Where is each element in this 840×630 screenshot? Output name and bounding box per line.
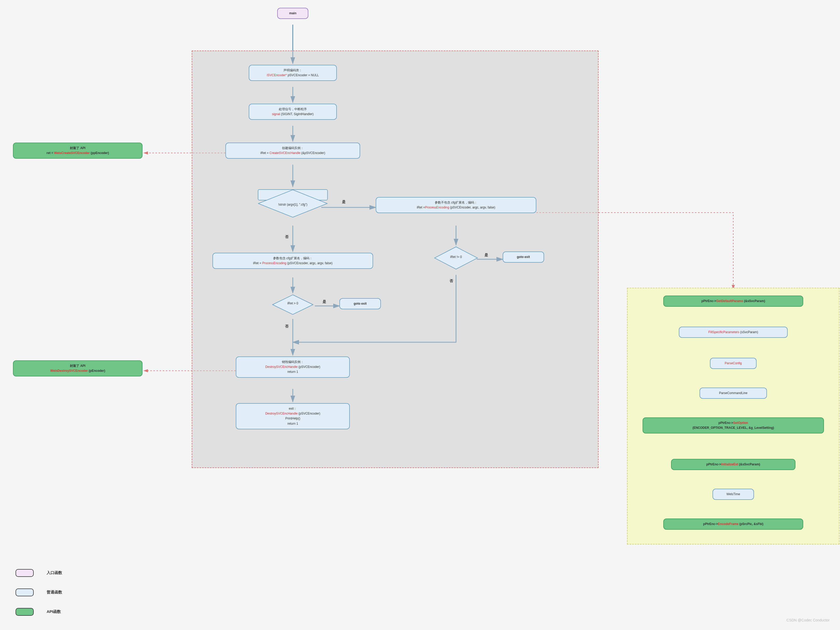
legend-normal-swatch — [16, 589, 34, 596]
r3: ParseConfig — [725, 361, 742, 365]
d3-no-label: 否 — [285, 324, 289, 329]
n2-code2: (SIGINT, SigIntHandler) — [280, 112, 314, 116]
d1-text: !strstr (argv[1], ".cfg") — [262, 202, 324, 207]
n1-line1: 声明编码类： — [253, 68, 333, 73]
r6-s: (&sSvcParam) — [738, 462, 760, 466]
destroy-handle-node: 销毁编码实例： DestroySVCEncHandle (pSVCEncoder… — [236, 356, 350, 378]
r6-a: pPtrEnc-> — [706, 462, 721, 466]
main-entry-node: main — [277, 8, 308, 19]
n2-code1: signal — [272, 112, 280, 116]
r8-p: EncodeFrame — [718, 522, 739, 526]
wels-time-node: WelsTime — [712, 489, 754, 500]
d3-text: iRet > 0 — [272, 302, 314, 305]
n4-a: iRet = — [417, 206, 425, 209]
n3-code-a: iRet = — [261, 151, 270, 155]
n5-a: iRet = — [253, 261, 262, 265]
n4-s: (pSVCEncoder, argc, argv, false) — [449, 206, 496, 209]
n3-code-p: CreateSVCEncHandle — [270, 151, 300, 155]
goto-exit-2: goto exit — [339, 298, 381, 309]
initialize-ext-node: pPtrEnc->InitializeExt (&sSvcParam) — [671, 459, 796, 470]
left1-p: WelsCreateSVCEncoder — [54, 151, 90, 155]
n6-line3: return 1 — [240, 369, 346, 374]
legend-entry-swatch — [16, 569, 34, 577]
n6-line1: 销毁编码实例： — [240, 359, 346, 364]
n6-s: (pSVCEncoder) — [298, 365, 320, 369]
n3-line1: 创建编码实例： — [230, 146, 356, 150]
declare-encoder-node: 声明编码类： ISVCEncoder* pSVCEncoder = NULL — [249, 65, 337, 81]
goto2-text: goto exit — [354, 302, 366, 306]
r1-a: pPtrEnc-> — [701, 299, 716, 303]
encode-with-cfg-node: 参数包含.cfg扩展名，编码： iRet = ProcessEncoding (… — [212, 253, 373, 269]
legend-api-label: API函数 — [47, 609, 61, 614]
r1-s: (&sSvcParam) — [743, 299, 765, 303]
d1-yes-label: 是 — [342, 199, 346, 204]
left2-p: WelsDestroySVCEncoder — [50, 369, 88, 372]
n7-line1: exit： — [240, 406, 346, 411]
signal-node: 处理信号，中断程序 signal (SIGINT, SigIntHandler) — [249, 104, 337, 120]
n5-s: (pSVCEncoder, argc, argv, false) — [286, 261, 332, 265]
left2-s: (pEncoder) — [88, 369, 105, 372]
encode-frame-node: pPtrEnc->EncodeFrame (pSrcPic, &sFbi) — [663, 519, 803, 530]
n5-p: ProcessEncoding — [262, 261, 286, 265]
exit-node: exit： DestroySVCEncHandle (pSVCEncoder) … — [236, 403, 350, 429]
r6-p: InitializeExt — [721, 462, 738, 466]
parse-config-node: ParseConfig — [710, 358, 756, 369]
main-label: main — [289, 11, 297, 15]
d1-no-label: 否 — [285, 234, 289, 239]
encode-no-cfg-node: 参数不包含.cfg扩展名，编码： iRet =ProcessEncoding (… — [376, 197, 536, 213]
n7-s: (pSVCEncoder) — [298, 412, 320, 415]
r5-p: SetOption — [733, 421, 748, 425]
goto-exit-1: goto exit — [503, 252, 544, 263]
watermark: CSDN @Codec Conductor — [786, 618, 830, 622]
r8-a: pPtrEnc-> — [703, 522, 718, 526]
left1-s: (ppEncoder) — [90, 151, 109, 155]
set-option-node: pPtrEnc->SetOption (ENCODER_OPTION_TRACE… — [643, 418, 824, 434]
process-encoding-group — [627, 288, 840, 545]
left2-l1: 封装了 API — [17, 364, 138, 369]
n1-code2: pSVCEncoder = NULL — [287, 73, 319, 77]
parse-cmdline-node: ParseCommandLine — [699, 388, 767, 399]
r1-p: GetDefaultParams — [716, 299, 743, 303]
d2-text: iRet != 0 — [434, 255, 478, 259]
fill-params-node: FillSpecificParameters (sSvcParam) — [679, 327, 788, 338]
n5-line1: 参数包含.cfg扩展名，编码： — [216, 256, 369, 261]
d3-yes-label: 是 — [322, 299, 326, 304]
api-create-encoder-node: 封装了 API ret = WelsCreateSVCEncoder (ppEn… — [13, 142, 142, 159]
n7-p: DestroySVCEncHandle — [265, 412, 298, 415]
d2-no-label: 否 — [450, 279, 453, 283]
legend-api-swatch — [16, 608, 34, 616]
api-destroy-encoder-node: 封装了 API WelsDestroySVCEncoder (pEncoder) — [13, 360, 142, 377]
r7: WelsTime — [726, 492, 740, 496]
goto1-text: goto exit — [517, 255, 530, 259]
n1-code1: ISVCEncoder* — [267, 73, 287, 77]
create-handle-node: 创建编码实例： iRet = CreateSVCEncHandle (&pSVC… — [226, 142, 360, 159]
left1-a: ret = — [47, 151, 54, 155]
n6-p: DestroySVCEncHandle — [265, 365, 298, 369]
n4-p: ProcessEncoding — [425, 206, 449, 209]
get-default-params-node: pPtrEnc->GetDefaultParams (&sSvcParam) — [663, 296, 803, 307]
left1-l1: 封装了 API — [17, 146, 138, 150]
r2-s: (sSvcParam) — [739, 330, 758, 334]
n3-code-s: (&pSVCEncoder) — [300, 151, 325, 155]
legend-entry-label: 入口函数 — [47, 570, 62, 575]
r5-b: (ENCODER_OPTION_TRACE_LEVEL, &g_LevelSet… — [647, 426, 820, 431]
n4-line1: 参数不包含.cfg扩展名，编码： — [380, 200, 532, 205]
cfg-check-diamond: !strstr (argv[1], ".cfg") — [258, 189, 328, 200]
n7-line3: PrintHelp() — [240, 416, 346, 421]
r4: ParseCommandLine — [719, 391, 747, 395]
n2-line1: 处理信号，中断程序 — [253, 107, 333, 112]
iret-nonzero-diamond: iRet != 0 — [434, 246, 478, 270]
n7-line4: return 1 — [240, 421, 346, 426]
r5-a: pPtrEnc-> — [718, 421, 733, 425]
r8-s: (pSrcPic, &sFbi) — [739, 522, 763, 526]
iret-gt-zero-diamond: iRet > 0 — [272, 294, 314, 315]
legend-normal-label: 普通函数 — [47, 590, 62, 595]
r2-p: FillSpecificParameters — [708, 330, 739, 334]
d2-yes-label: 是 — [485, 253, 488, 258]
